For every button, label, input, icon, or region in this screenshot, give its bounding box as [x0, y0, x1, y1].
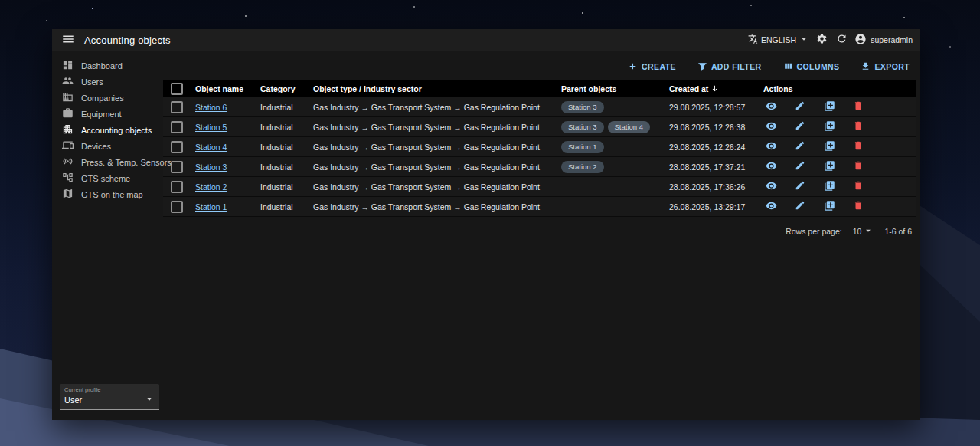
rows-per-page-select[interactable]: 10 [853, 225, 874, 238]
menu-button[interactable] [60, 31, 77, 50]
row-checkbox[interactable] [171, 121, 183, 133]
sidebar-item-gts-scheme[interactable]: GTS scheme [52, 170, 163, 186]
plus-icon [628, 61, 638, 73]
window-body: Dashboard Users Companies Equipment Acco… [52, 51, 920, 420]
object-name-link[interactable]: Station 4 [195, 143, 227, 152]
column-header-type[interactable]: Object type / Industry sector [309, 84, 557, 93]
sidebar-item-accounting-objects[interactable]: Accounting objects [52, 122, 163, 138]
trash-icon [853, 180, 864, 193]
created-cell: 28.08.2025, 17:37:21 [665, 162, 759, 172]
row-checkbox[interactable] [171, 181, 183, 193]
language-selector[interactable]: ENGLISH [748, 34, 809, 46]
object-name-link[interactable]: Station 2 [195, 182, 227, 192]
sidebar-item-companies[interactable]: Companies [52, 90, 163, 106]
clone-button[interactable] [820, 138, 838, 156]
delete-button[interactable] [849, 118, 867, 136]
sidebar-item-sensors[interactable]: Press. & Temp. Sensors [52, 154, 163, 170]
rows-per-page-value: 10 [853, 227, 862, 236]
sort-desc-icon [710, 84, 719, 94]
object-name-link[interactable]: Station 1 [195, 202, 227, 212]
show-button[interactable] [762, 158, 780, 176]
row-checkbox[interactable] [171, 161, 183, 173]
columns-button[interactable]: COLUMNS [780, 60, 843, 74]
column-header-category[interactable]: Category [256, 84, 309, 93]
sidebar-item-dashboard[interactable]: Dashboard [52, 57, 163, 74]
edit-button[interactable] [791, 118, 809, 136]
pencil-icon [795, 180, 805, 193]
object-name-link[interactable]: Station 3 [195, 162, 227, 172]
accounting-objects-icon [62, 123, 74, 136]
edit-button[interactable] [791, 138, 809, 156]
profile-select[interactable]: Current profile User [60, 384, 159, 410]
clone-button[interactable] [820, 178, 838, 196]
eye-icon [766, 180, 777, 194]
clone-button[interactable] [820, 198, 838, 216]
show-button[interactable] [762, 118, 780, 136]
refresh-button[interactable] [835, 31, 849, 48]
trash-icon [853, 120, 864, 133]
row-checkbox[interactable] [171, 101, 183, 113]
add-filter-button[interactable]: ADD FILTER [694, 60, 765, 74]
delete-button[interactable] [849, 98, 867, 116]
object-name-link[interactable]: Station 6 [195, 103, 227, 112]
duplicate-add-icon [824, 140, 835, 154]
parent-chip[interactable]: Station 2 [561, 161, 604, 173]
delete-button[interactable] [849, 158, 867, 176]
show-button[interactable] [762, 98, 780, 116]
parent-chip[interactable]: Station 3 [561, 121, 604, 133]
column-header-object-name[interactable]: Object name [191, 84, 256, 93]
export-button[interactable]: EXPORT [858, 60, 913, 74]
select-all-checkbox[interactable] [171, 83, 183, 95]
sidebar-item-gts-on-map[interactable]: GTS on the map [52, 186, 163, 202]
object-name-link[interactable]: Station 5 [195, 123, 227, 132]
devices-icon [62, 139, 74, 152]
trash-icon [853, 160, 864, 173]
column-header-created-at[interactable]: Created at [665, 84, 759, 94]
type-cell: Gas Industry → Gas Transport System → Ga… [309, 182, 557, 192]
clone-button[interactable] [820, 98, 838, 116]
sidebar-item-devices[interactable]: Devices [52, 138, 163, 154]
pencil-icon [795, 100, 805, 113]
row-checkbox[interactable] [171, 141, 183, 153]
delete-button[interactable] [849, 178, 867, 196]
table-row: Station 2 Industrial Gas Industry → Gas … [163, 177, 916, 197]
created-cell: 28.08.2025, 17:36:26 [665, 182, 759, 192]
edit-button[interactable] [791, 198, 809, 216]
clone-button[interactable] [820, 118, 838, 136]
row-checkbox[interactable] [171, 201, 183, 213]
account-icon [854, 33, 867, 47]
edit-button[interactable] [791, 178, 809, 196]
row-actions [759, 158, 916, 176]
category-cell: Industrial [256, 182, 309, 192]
delete-button[interactable] [849, 198, 867, 216]
download-icon [861, 61, 871, 73]
appbar-actions: ENGLISH superadmin [748, 31, 913, 48]
duplicate-add-icon [824, 160, 835, 174]
type-cell: Gas Industry → Gas Transport System → Ga… [309, 143, 557, 152]
app-window: Accounting objects ENGLISH [52, 29, 920, 420]
parent-chip[interactable]: Station 3 [561, 101, 604, 113]
profile-select-value: User [64, 395, 82, 405]
main-content: CREATE ADD FILTER COLUMNS EXPORT [163, 51, 920, 420]
create-button[interactable]: CREATE [625, 60, 679, 74]
table-row: Station 5 Industrial Gas Industry → Gas … [163, 117, 916, 137]
sidebar-item-equipment[interactable]: Equipment [52, 106, 163, 122]
show-button[interactable] [762, 198, 780, 216]
parent-chip[interactable]: Station 4 [608, 121, 651, 133]
show-button[interactable] [762, 178, 780, 196]
eye-icon [766, 140, 777, 154]
parent-chip[interactable]: Station 1 [561, 141, 604, 153]
duplicate-add-icon [824, 100, 835, 114]
edit-button[interactable] [791, 98, 809, 116]
parents-cell: Station 1 [557, 141, 665, 153]
show-button[interactable] [762, 138, 780, 156]
settings-button[interactable] [815, 31, 829, 48]
delete-button[interactable] [849, 138, 867, 156]
row-actions [759, 138, 916, 156]
clone-button[interactable] [820, 158, 838, 176]
edit-button[interactable] [791, 158, 809, 176]
pencil-icon [795, 160, 805, 173]
parents-cell: Station 3 [557, 101, 665, 113]
sidebar-item-users[interactable]: Users [52, 74, 163, 90]
user-menu[interactable]: superadmin [854, 33, 913, 47]
